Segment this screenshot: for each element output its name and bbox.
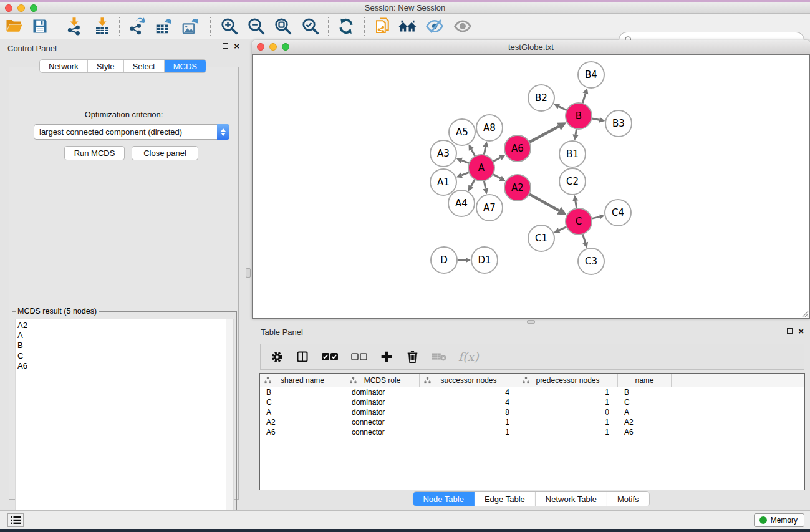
refresh-button[interactable] <box>335 15 357 37</box>
svg-text:C2: C2 <box>566 176 579 187</box>
horizontal-splitter-handle[interactable] <box>527 320 535 324</box>
optimization-criterion-select[interactable]: largest connected component (directed) <box>34 124 229 140</box>
table-cell: 1 <box>420 428 518 437</box>
mcds-result-list[interactable]: A2ABCA6 <box>16 319 226 520</box>
session-from-network-icon-button[interactable] <box>372 15 394 37</box>
graph-node-C1[interactable]: C1 <box>528 225 554 251</box>
svg-text:A3: A3 <box>437 148 450 159</box>
import-network-button[interactable] <box>63 15 85 37</box>
graph-node-A2[interactable]: A2 <box>504 175 531 201</box>
graph-node-B3[interactable]: B3 <box>605 110 632 137</box>
graph-node-B4[interactable]: B4 <box>578 62 604 88</box>
table-panel: Table Panel × <box>252 324 810 510</box>
table-tab-network-table[interactable]: Network Table <box>536 492 607 506</box>
close-table-panel-icon[interactable]: × <box>798 328 804 334</box>
column-header-shared-name[interactable]: shared name <box>260 374 345 387</box>
select-all-checkboxes-icon[interactable] <box>321 349 339 364</box>
tab-style[interactable]: Style <box>88 60 124 72</box>
graph-node-A3[interactable]: A3 <box>430 140 456 167</box>
graph-node-C[interactable]: C <box>566 208 592 235</box>
tab-mcds[interactable]: MCDS <box>165 60 206 72</box>
show-graphics-details-button[interactable] <box>451 15 474 37</box>
toolbar-separator <box>364 17 365 36</box>
edge-arrowhead <box>582 88 588 94</box>
table-tab-motifs[interactable]: Motifs <box>607 492 649 506</box>
export-network-button[interactable] <box>125 15 148 37</box>
column-header-mcds-role[interactable]: MCDS role <box>345 374 420 387</box>
resize-grip[interactable] <box>800 309 809 317</box>
zoom-selected-button[interactable] <box>299 15 322 37</box>
column-header-name[interactable]: name <box>618 374 672 387</box>
network-canvas[interactable]: B4B2BB3A8A5A6A3B1AA1C2A2A4A7C4CC1C3DD1 <box>252 54 810 319</box>
column-header-empty <box>672 374 804 387</box>
open-session-button[interactable] <box>3 15 26 37</box>
node-table[interactable]: shared nameMCDS rolesuccessor nodesprede… <box>259 373 805 490</box>
delete-column-trash-icon[interactable] <box>405 349 420 364</box>
zoom-out-button[interactable] <box>245 15 268 37</box>
tab-select[interactable]: Select <box>124 60 165 72</box>
mcds-result-item[interactable]: B <box>17 341 226 351</box>
svg-text:D: D <box>440 254 448 266</box>
close-panel-icon[interactable]: × <box>234 43 239 49</box>
home-layout-button[interactable] <box>397 15 419 37</box>
graph-node-A[interactable]: A <box>468 155 494 181</box>
mcds-result-box: MCDS result (5 nodes) A2ABCA6 <box>12 311 237 524</box>
add-column-icon[interactable] <box>379 349 394 364</box>
graph-node-C4[interactable]: C4 <box>605 200 631 226</box>
export-table-button[interactable] <box>152 15 175 37</box>
tab-network[interactable]: Network <box>40 60 88 72</box>
zoom-fit-button[interactable] <box>272 15 294 37</box>
graph-node-C3[interactable]: C3 <box>578 248 604 274</box>
mcds-result-item[interactable]: C <box>17 351 226 361</box>
graph-node-B1[interactable]: B1 <box>559 141 586 167</box>
table-settings-gear-icon[interactable] <box>269 349 284 364</box>
table-row[interactable]: Cdominator41C <box>260 397 804 407</box>
export-image-button[interactable] <box>179 15 201 37</box>
delete-table-icon[interactable] <box>430 349 448 364</box>
hide-graphics-details-button[interactable] <box>423 15 446 37</box>
column-header-predecessor-nodes[interactable]: predecessor nodes <box>518 374 618 387</box>
function-builder-icon[interactable]: f(x) <box>458 350 479 364</box>
float-panel-icon[interactable] <box>223 43 228 49</box>
svg-text:A6: A6 <box>511 143 524 154</box>
table-row[interactable]: A6connector11A6 <box>260 427 804 437</box>
graph-node-C2[interactable]: C2 <box>559 168 586 195</box>
float-table-panel-icon[interactable] <box>787 328 793 334</box>
toolbar-separator <box>328 17 329 36</box>
table-cell: connector <box>345 428 420 437</box>
deselect-all-checkboxes-icon[interactable] <box>350 349 369 364</box>
svg-text:A2: A2 <box>511 182 524 193</box>
graph-node-A1[interactable]: A1 <box>430 169 456 195</box>
graph-node-A4[interactable]: A4 <box>448 190 475 216</box>
graph-node-A8[interactable]: A8 <box>476 115 503 141</box>
network-window-titlebar[interactable]: testGlobe.txt <box>252 40 810 54</box>
zoom-in-button[interactable] <box>218 15 241 37</box>
run-mcds-button[interactable]: Run MCDS <box>64 146 125 160</box>
table-row[interactable]: Adominator80A <box>260 407 804 417</box>
column-visibility-icon[interactable] <box>295 349 310 364</box>
task-history-list-button[interactable] <box>7 513 24 527</box>
graph-node-A6[interactable]: A6 <box>504 135 531 162</box>
mcds-result-item[interactable]: A2 <box>17 321 226 331</box>
mcds-list-scrollbar[interactable] <box>226 319 233 520</box>
import-table-button[interactable] <box>91 15 113 37</box>
graph-node-A5[interactable]: A5 <box>449 119 475 145</box>
edge-arrowhead <box>466 258 471 263</box>
mcds-result-item[interactable]: A6 <box>17 361 226 371</box>
graph-node-D1[interactable]: D1 <box>471 247 498 273</box>
graph-node-B[interactable]: B <box>566 103 592 129</box>
column-header-successor-nodes[interactable]: successor nodes <box>420 374 518 387</box>
table-row[interactable]: Bdominator41B <box>260 387 804 397</box>
save-session-button[interactable] <box>29 15 51 37</box>
mcds-panel: Optimization criterion: largest connecte… <box>9 67 239 500</box>
graph-node-D[interactable]: D <box>431 247 457 273</box>
graph-node-B2[interactable]: B2 <box>528 85 554 111</box>
table-tab-node-table[interactable]: Node Table <box>413 492 475 506</box>
mcds-result-item[interactable]: A <box>17 331 226 341</box>
table-tab-edge-table[interactable]: Edge Table <box>475 492 536 506</box>
close-panel-button[interactable]: Close panel <box>132 146 198 160</box>
table-row[interactable]: A2connector11A2 <box>260 417 804 427</box>
vertical-splitter-handle[interactable] <box>246 268 251 278</box>
graph-node-A7[interactable]: A7 <box>476 195 503 221</box>
memory-button[interactable]: Memory <box>754 513 804 527</box>
